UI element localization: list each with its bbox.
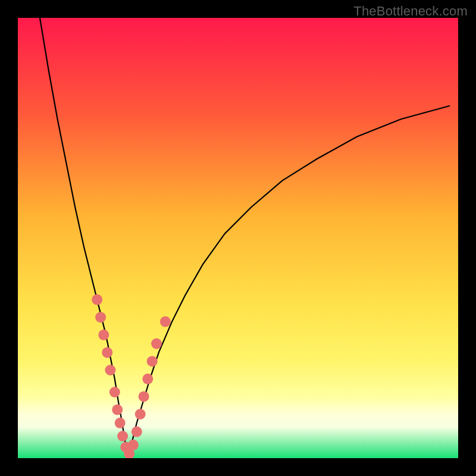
plot-area (18, 18, 458, 458)
data-point (147, 356, 158, 367)
data-point (151, 339, 162, 349)
data-point (135, 409, 146, 419)
data-point (109, 387, 120, 397)
data-point (115, 418, 126, 428)
watermark-text: TheBottleneck.com (353, 4, 468, 19)
data-point (92, 295, 102, 305)
data-point (105, 365, 115, 375)
gradient-bg (18, 18, 458, 458)
data-point (142, 374, 153, 384)
data-point (117, 431, 128, 441)
data-point (112, 405, 123, 415)
data-point (98, 330, 109, 340)
data-point (128, 440, 139, 450)
data-point (160, 317, 171, 327)
data-point (139, 391, 149, 402)
chart-frame: TheBottleneck.com (0, 0, 476, 476)
chart-svg (18, 18, 458, 458)
data-point (131, 427, 142, 437)
data-point (102, 347, 112, 358)
data-point (95, 312, 106, 322)
